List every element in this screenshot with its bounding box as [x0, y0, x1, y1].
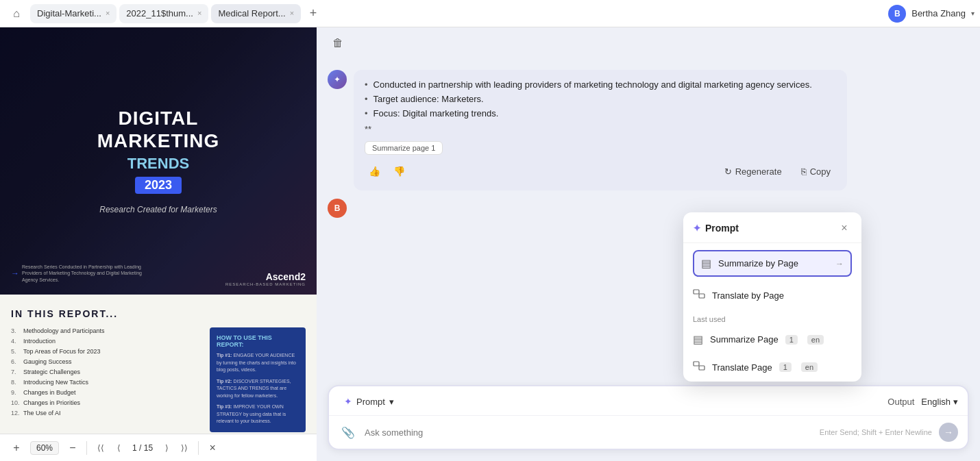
nav-first-button[interactable]: ⟨⟨	[93, 440, 109, 456]
prompt-close-button[interactable]: ×	[837, 221, 852, 236]
home-button[interactable]: ⌂	[5, 3, 27, 25]
svg-rect-3	[699, 366, 705, 370]
trash-icon: 🗑	[332, 37, 343, 49]
avatar: B	[888, 5, 906, 23]
lang-chevron-icon: ▾	[953, 397, 958, 407]
pdf-title-line2: MARKETING	[97, 130, 220, 152]
chevron-down-icon[interactable]: ▾	[971, 10, 975, 17]
page-badge-2: 1	[779, 362, 792, 372]
pdf-cover-body-text: → Research Series Conducted in Partnersh…	[11, 264, 148, 286]
arrow-right-icon: →	[11, 268, 19, 279]
pdf-toc-inner: 3.Methodology and Participants 4.Introdu…	[11, 327, 306, 432]
chat-header: 🗑	[317, 27, 980, 59]
pdf-cover-page: DIGITAL MARKETING TRENDS 2023 Research C…	[0, 27, 317, 295]
tab-close-icon[interactable]: ×	[290, 10, 294, 17]
thumbs-down-button[interactable]: 👎	[389, 162, 408, 181]
nav-up-arrows: ⟨⟨ ⟨	[93, 440, 127, 456]
thumbs-up-button[interactable]: 👍	[365, 162, 384, 181]
pdf-how-to-box: HOW TO USE THIS REPORT: Tip #1: ENGAGE Y…	[210, 327, 306, 432]
utility-actions: ↻ Regenerate ⎘ Copy	[719, 164, 836, 179]
regenerate-button[interactable]: ↻ Regenerate	[719, 164, 787, 179]
clear-chat-button[interactable]: 🗑	[328, 33, 348, 53]
output-label: Output	[887, 397, 914, 407]
recent-translate-icon	[693, 360, 705, 375]
recent-summarize-page[interactable]: ▤ Summarize Page 1 en	[683, 326, 861, 353]
source-badge[interactable]: Summarize page 1	[365, 141, 443, 155]
pdf-subtitle: Research Created for Marketers	[97, 205, 220, 214]
lang-badge-2: en	[801, 362, 818, 372]
toc-item-8: 8.Introducing New Tactics	[11, 379, 204, 386]
tab-medical-report[interactable]: Medical Report... ×	[211, 4, 301, 23]
prompt-dropdown: ✦ Prompt × ▤ Summarize by Page →	[683, 212, 861, 382]
feedback-actions: 👍 👎	[365, 162, 408, 181]
ai-icon: ✦	[334, 75, 341, 84]
prompt-toggle-button[interactable]: ✦ Prompt ▾	[339, 393, 400, 410]
home-icon: ⌂	[13, 8, 20, 20]
zoom-out-button[interactable]: −	[64, 440, 81, 456]
toolbar-divider	[86, 441, 87, 455]
toc-item-12: 12.The Use of AI	[11, 410, 204, 416]
tab-label: 2022_11$thum...	[126, 8, 193, 18]
prompt-section-label: Last used	[683, 310, 861, 326]
pdf-panel: DIGITAL MARKETING TRENDS 2023 Research C…	[0, 27, 317, 461]
nav-next-button[interactable]: ⟩	[158, 440, 175, 456]
user-name: Bertha Zhang	[911, 8, 966, 18]
prompt-item-summarize-wrapper: ▤ Summarize by Page →	[683, 243, 861, 281]
tab-label: Digital-Marketi...	[37, 8, 101, 18]
send-icon: →	[944, 427, 953, 438]
regenerate-icon: ↻	[724, 166, 732, 177]
prompt-dropdown-title: ✦ Prompt	[693, 223, 739, 234]
input-hint: Enter Send; Shift + Enter Newline	[820, 428, 932, 436]
pdf-toolbar: + 60% − ⟨⟨ ⟨ 1 / 15 ⟩ ⟩⟩ ×	[0, 434, 317, 461]
svg-rect-0	[694, 290, 699, 294]
main-area: DIGITAL MARKETING TRENDS 2023 Research C…	[0, 27, 980, 461]
toc-item-6: 6.Gauging Success	[11, 358, 204, 365]
svg-rect-1	[699, 294, 705, 298]
zoom-level[interactable]: 60%	[30, 441, 59, 455]
sparkle-icon: ✦	[693, 223, 701, 234]
tab-2022[interactable]: 2022_11$thum... ×	[119, 4, 208, 23]
pdf-cover-content: DIGITAL MARKETING TRENDS 2023 Research C…	[97, 108, 220, 214]
pdf-title-line3: TRENDS	[97, 155, 220, 173]
user-section: B Bertha Zhang ▾	[888, 5, 975, 23]
user-message-container: B	[328, 199, 969, 218]
svg-rect-2	[694, 362, 699, 366]
close-panel-button[interactable]: ×	[204, 440, 221, 456]
ai-avatar: ✦	[328, 70, 347, 89]
copy-button[interactable]: ⎘ Copy	[796, 164, 836, 179]
chat-input-bottom: 📎 Enter Send; Shift + Enter Newline →	[329, 416, 968, 449]
send-button[interactable]: →	[939, 423, 958, 442]
translate-icon	[693, 288, 705, 303]
attach-button[interactable]: 📎	[339, 423, 358, 442]
sparkle-icon-input: ✦	[344, 396, 352, 407]
ascend-logo: Ascend2 RESEARCH-BASED MARKETING	[225, 271, 306, 286]
nav-prev-button[interactable]: ⟨	[110, 440, 127, 456]
pdf-pages: DIGITAL MARKETING TRENDS 2023 Research C…	[0, 27, 317, 434]
recent-translate-page[interactable]: Translate Page 1 en	[683, 353, 861, 382]
pdf-toc-list: 3.Methodology and Participants 4.Introdu…	[11, 327, 204, 432]
arrow-icon: →	[835, 259, 844, 269]
add-tab-button[interactable]: +	[304, 4, 323, 23]
chat-input-field[interactable]	[365, 427, 813, 438]
recent-summarize-icon: ▤	[693, 333, 703, 346]
ai-message-bubble: • Conducted in partnership with leading …	[354, 70, 847, 190]
tab-close-icon[interactable]: ×	[197, 10, 201, 17]
lang-badge-1: en	[807, 335, 824, 345]
toc-item-5: 5.Top Areas of Focus for 2023	[11, 348, 204, 355]
nav-last-button[interactable]: ⟩⟩	[176, 440, 193, 456]
zoom-in-button[interactable]: +	[8, 440, 25, 456]
prompt-item-translate[interactable]: Translate by Page	[683, 281, 861, 310]
tab-digital-marketing[interactable]: Digital-Marketi... ×	[30, 4, 117, 23]
user-avatar-small: B	[328, 199, 347, 218]
bullet-1: • Conducted in partnership with leading …	[365, 79, 836, 90]
chat-panel: 🗑 ✦ • Conducted in partnership with lead…	[317, 27, 980, 461]
prompt-item-summarize[interactable]: ▤ Summarize by Page →	[693, 250, 852, 277]
output-language-select[interactable]: English ▾	[921, 397, 958, 407]
bullet-2: • Target audience: Marketers.	[365, 94, 836, 104]
pdf-toc-page: IN THIS REPORT... 3.Methodology and Part…	[0, 295, 317, 434]
extra-text: **	[365, 124, 836, 134]
page-badge-1: 1	[785, 335, 798, 345]
tab-close-icon[interactable]: ×	[106, 10, 110, 17]
pdf-title-line1: DIGITAL	[97, 108, 220, 129]
attach-icon: 📎	[341, 426, 355, 439]
